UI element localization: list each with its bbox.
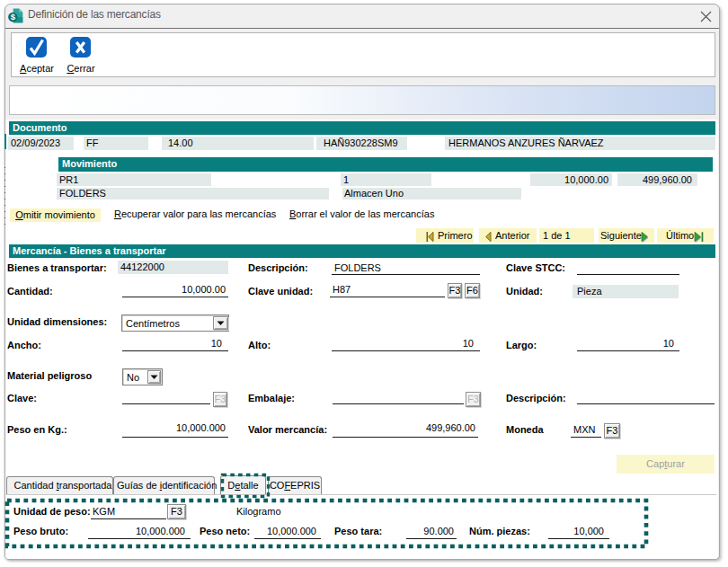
svg-text:$: $ bbox=[11, 12, 16, 22]
